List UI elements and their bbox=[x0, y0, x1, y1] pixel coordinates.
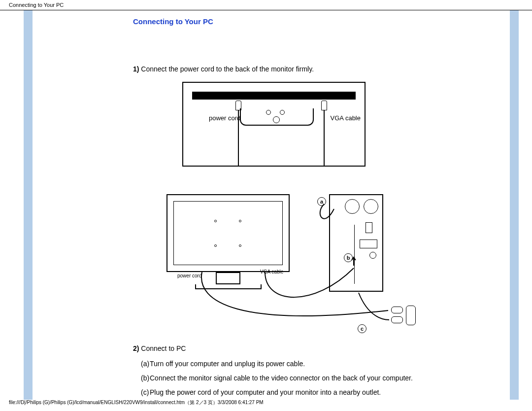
power-plug-2-icon bbox=[391, 316, 403, 323]
step-2-number: 2) bbox=[133, 344, 139, 352]
list-item: (a) Turn off your computer and unplug it… bbox=[133, 359, 498, 369]
step-1: 1) Connect the power cord to the back of… bbox=[133, 65, 498, 73]
monitor-top-edge-icon bbox=[192, 92, 356, 100]
vga-plug-icon bbox=[321, 101, 327, 110]
label-b-icon: b bbox=[344, 253, 353, 262]
diagram2-power-label: power cord bbox=[177, 273, 201, 278]
step-1-number: 1) bbox=[133, 65, 139, 73]
power-plug-icon bbox=[235, 101, 241, 110]
vesa-hole-icon bbox=[239, 244, 241, 247]
step-2-sublist: (a) Turn off your computer and unplug it… bbox=[133, 359, 498, 397]
monitor-screen-icon bbox=[173, 201, 283, 265]
vga-cable-icon bbox=[324, 110, 325, 167]
wall-outlet-icon bbox=[406, 306, 416, 325]
page-header: Connecting to Your PC bbox=[0, 0, 532, 10]
section-heading: Connecting to Your PC bbox=[133, 17, 498, 26]
label-a-icon: a bbox=[317, 197, 326, 206]
pc-tower-icon bbox=[329, 194, 383, 292]
sub-text-a: Turn off your computer and unplug its po… bbox=[150, 359, 498, 369]
left-sidebar-stripe bbox=[24, 10, 33, 400]
knob-right-icon bbox=[280, 110, 285, 115]
diagram2-vga-label: VGA cable bbox=[260, 269, 283, 274]
pc-fan-2-icon bbox=[345, 199, 360, 214]
diagram1-vga-label: VGA cable bbox=[331, 114, 361, 122]
power-plug-1-icon bbox=[391, 307, 403, 313]
list-item: (c) Plug the power cord of your computer… bbox=[133, 388, 498, 397]
footer-path: file:///D|/Philips (G)/Philips (G)/lcd/m… bbox=[9, 399, 264, 406]
diagram-2-setup: power cord VGA cable a b c bbox=[166, 194, 423, 335]
monitor-neck-icon bbox=[216, 272, 240, 284]
sub-text-c: Plug the power cord of your computer and… bbox=[150, 388, 498, 397]
sub-text-b: Connect the monitor signal cable to the … bbox=[150, 374, 498, 383]
right-sidebar-stripe bbox=[510, 10, 519, 400]
center-knob-icon bbox=[273, 116, 280, 123]
monitor-base-icon bbox=[195, 284, 262, 289]
pc-fan-1-icon bbox=[364, 199, 378, 214]
vesa-hole-icon bbox=[214, 220, 217, 222]
vesa-hole-icon bbox=[239, 220, 241, 222]
vesa-hole-icon bbox=[214, 244, 217, 247]
knob-left-icon bbox=[266, 110, 271, 115]
pc-video-port-icon bbox=[360, 240, 377, 248]
monitor-icon bbox=[166, 194, 290, 272]
sub-letter-a: (a) bbox=[133, 359, 150, 369]
page-body: Connecting to Your PC 1) Connect the pow… bbox=[0, 10, 532, 397]
list-item: (b) Connect the monitor signal cable to … bbox=[133, 374, 498, 383]
pc-knob-icon bbox=[369, 252, 376, 259]
step-1-text: Connect the power cord to the back of th… bbox=[141, 65, 314, 73]
pc-ports-icon bbox=[366, 222, 372, 233]
step-2-text: Connect to PC bbox=[141, 344, 186, 352]
diagram-1-monitor-closeup: power cord VGA cable bbox=[182, 82, 366, 167]
diagram1-power-label: power cord bbox=[209, 114, 240, 122]
step-2: 2) Connect to PC bbox=[133, 344, 498, 352]
content-area: Connecting to Your PC 1) Connect the pow… bbox=[133, 10, 498, 397]
label-c-icon: c bbox=[358, 324, 366, 333]
sub-letter-b: (b) bbox=[133, 374, 150, 383]
sub-letter-c: (c) bbox=[133, 388, 150, 397]
